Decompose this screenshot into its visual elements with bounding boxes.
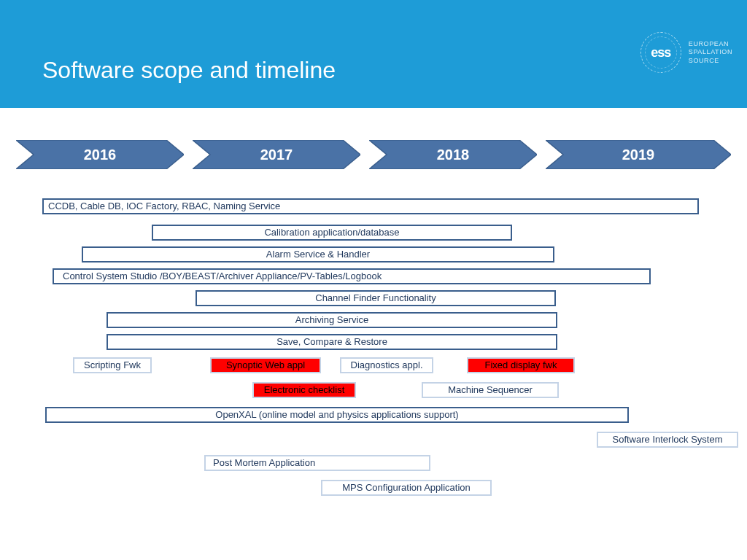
timeline-bar: Machine Sequencer [422, 382, 559, 398]
year-chevron-2017: 2017 [193, 140, 360, 169]
year-chevron-2019: 2019 [546, 140, 731, 169]
year-chevron-2016: 2016 [16, 140, 184, 169]
content: 2016201720182019 CCDB, Cable DB, IOC Fac… [0, 108, 747, 198]
timeline-bar: MPS Configuration Application [321, 480, 492, 496]
year-label: 2018 [369, 140, 537, 169]
timeline-bar: Alarm Service & Handler [82, 246, 554, 262]
page-title: Software scope and timeline [42, 57, 336, 84]
timeline-bar: Post Mortem Application [204, 455, 430, 471]
timeline-bar: Electronic checklist [252, 382, 356, 398]
timeline-bar: Archiving Service [107, 312, 557, 328]
timeline-bar: Channel Finder Functionality [196, 290, 556, 306]
logo-circle-icon: ess [640, 32, 681, 73]
header: Software scope and timeline ess EUROPEAN… [0, 0, 747, 108]
year-chevron-2018: 2018 [369, 140, 537, 169]
timeline-bar: OpenXAL (online model and physics applic… [45, 407, 629, 423]
logo-acronym: ess [651, 45, 670, 61]
ess-logo: ess EUROPEAN SPALLATION SOURCE [640, 32, 732, 73]
year-label: 2016 [16, 140, 184, 169]
timeline-bar: Save, Compare & Restore [107, 334, 557, 350]
logo-label-line: SPALLATION [689, 48, 732, 56]
logo-label-line: SOURCE [689, 57, 732, 65]
timeline-bar: Diagnostics appl. [340, 357, 433, 373]
timeline-bar: Scripting Fwk [73, 357, 152, 373]
timeline-bar: Software Interlock System [597, 432, 738, 448]
year-label: 2019 [546, 140, 731, 169]
year-row: 2016201720182019 [0, 137, 747, 172]
timeline-bar: Fixed display fwk [467, 357, 575, 373]
year-label: 2017 [193, 140, 360, 169]
timeline-bar: Calibration application/database [152, 225, 512, 241]
logo-label-line: EUROPEAN [689, 40, 732, 48]
timeline-bar: Synoptic Web appl [210, 357, 321, 373]
timeline-bar: CCDB, Cable DB, IOC Factory, RBAC, Namin… [42, 198, 699, 214]
logo-label: EUROPEAN SPALLATION SOURCE [689, 40, 732, 65]
timeline-bar: Control System Studio /BOY/BEAST/Archive… [53, 268, 651, 284]
